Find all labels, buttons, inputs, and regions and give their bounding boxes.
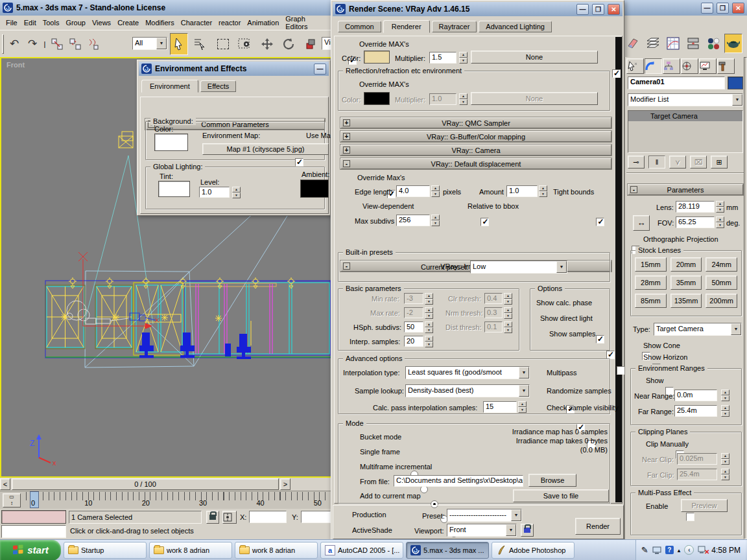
nrm-thresh-field[interactable]: 0.3 xyxy=(484,307,503,318)
restore-button[interactable]: ❐ xyxy=(717,3,729,14)
menu-item[interactable]: File xyxy=(3,18,21,28)
tab-environment[interactable]: Environment xyxy=(141,80,198,93)
select-and-rotate-icon[interactable] xyxy=(280,34,298,54)
bind-to-spacewarp-icon[interactable] xyxy=(84,34,102,54)
min-rate-field[interactable]: -3 xyxy=(404,293,423,304)
window-crossing-icon[interactable] xyxy=(236,34,254,54)
task-photoshop[interactable]: Adobe Photoshop xyxy=(492,542,575,559)
skylight-map-checkbox[interactable] xyxy=(612,69,621,78)
minimize-button[interactable]: — xyxy=(576,4,589,15)
max-rate-field[interactable]: -2 xyxy=(404,307,423,318)
background-color-swatch[interactable] xyxy=(154,134,188,151)
toolbar-handle[interactable] xyxy=(0,34,5,54)
rollout-header[interactable]: +VRay:: QMC Sampler xyxy=(340,117,611,128)
make-unique-icon[interactable]: ⋎ xyxy=(669,156,686,169)
tray-network-error-icon[interactable]: ✕ xyxy=(698,546,707,554)
skylight-map-button[interactable]: None xyxy=(471,51,598,64)
menu-item[interactable]: Create xyxy=(114,18,142,28)
select-and-move-icon[interactable] xyxy=(258,34,276,54)
preset-dropdown[interactable]: ------------------------▼ xyxy=(447,509,522,522)
show-end-result-icon[interactable]: ‖ xyxy=(648,156,665,169)
object-name-field[interactable]: Camera01 xyxy=(628,76,725,89)
ambient-swatch[interactable] xyxy=(300,180,329,198)
preview-button[interactable]: Preview xyxy=(681,499,728,512)
tray-hidden-icons-chevron[interactable]: ‹ xyxy=(684,545,694,555)
menu-item[interactable]: Graph Editors xyxy=(282,14,331,32)
max-subdivs-spinner[interactable]: ▲▼ xyxy=(431,215,440,226)
tint-swatch[interactable] xyxy=(158,181,190,197)
tab-display-icon[interactable] xyxy=(699,58,717,74)
remove-modifier-icon[interactable]: ⌧ xyxy=(690,156,707,169)
interpolation-type-dropdown[interactable]: Least squares fit (good/smoot▼ xyxy=(405,366,530,379)
save-to-file-button[interactable]: Save to file xyxy=(513,489,609,502)
lens-field[interactable]: 28.119 xyxy=(676,201,715,213)
tray-pen-icon[interactable]: ✎ xyxy=(641,545,648,555)
redo-icon[interactable]: ↷ xyxy=(23,34,42,54)
tray-display-icon[interactable] xyxy=(652,546,661,554)
tray-help-icon[interactable]: ? xyxy=(665,546,674,554)
stock-lens-button[interactable]: 24mm xyxy=(706,257,737,272)
render-scene-icon[interactable] xyxy=(724,34,742,53)
configure-modifier-sets-icon[interactable]: ⊞ xyxy=(711,156,728,169)
material-editor-icon[interactable] xyxy=(704,34,722,53)
close-button[interactable]: ✕ xyxy=(732,3,744,14)
selection-lock-icon[interactable] xyxy=(206,511,219,524)
modifier-list-dropdown[interactable]: Modifier List▼ xyxy=(628,93,743,106)
tray-expand-icon[interactable]: ▴ xyxy=(678,547,681,554)
menu-item[interactable]: Edit xyxy=(21,18,40,28)
layers-icon[interactable] xyxy=(644,34,662,53)
browse-button[interactable]: Browse xyxy=(528,474,576,487)
relative-bbox-checkbox[interactable] xyxy=(596,218,604,226)
refl-multiplier-field[interactable]: 1.0 xyxy=(429,93,456,105)
rollout-header[interactable]: +VRay:: Camera xyxy=(340,145,611,156)
mini-listener-pink[interactable] xyxy=(1,510,66,524)
rollout-header[interactable]: -VRay:: Default displacement xyxy=(340,158,611,169)
stock-lens-button[interactable]: 28mm xyxy=(635,275,667,290)
stock-lens-button[interactable]: 135mm xyxy=(670,294,702,308)
near-clip-field[interactable]: 0.025m xyxy=(677,453,717,465)
object-color-swatch[interactable] xyxy=(728,76,743,89)
level-spinner[interactable]: ▲▼ xyxy=(232,187,241,198)
near-range-field[interactable]: 0.0m xyxy=(674,390,717,401)
menu-item[interactable]: reactor xyxy=(215,18,244,28)
prev-frame-button[interactable]: < xyxy=(0,478,10,490)
render-dialog-scrollbar[interactable] xyxy=(615,37,622,502)
tab-common[interactable]: Common xyxy=(338,21,381,32)
selection-filter-dropdown[interactable]: All▼ xyxy=(132,37,167,50)
task-autocad[interactable]: aAutoCAD 2005 - [... xyxy=(320,542,403,559)
tab-advanced-lighting[interactable]: Advanced Lighting xyxy=(479,21,552,32)
multiplier-spinner[interactable]: ▲▼ xyxy=(459,52,468,64)
current-preset-dropdown[interactable]: Low▼ xyxy=(470,261,567,274)
use-map-checkbox[interactable] xyxy=(295,158,303,167)
frame-display-button[interactable]: 0 / 100 xyxy=(12,478,279,490)
pin-stack-icon[interactable]: ⊸ xyxy=(628,156,645,169)
from-file-path-field[interactable]: C:\Documents and Settings\x\Desktop\adri… xyxy=(394,475,523,487)
tab-utilities-icon[interactable] xyxy=(717,58,735,74)
clr-thresh-field[interactable]: 0.4 xyxy=(484,293,503,304)
far-range-field[interactable]: 25.4m xyxy=(674,405,717,417)
task-work8-adrian-2[interactable]: work 8 adrian xyxy=(235,542,318,559)
stock-lens-button[interactable]: 35mm xyxy=(670,275,702,290)
camera-type-dropdown[interactable]: Target Camera▼ xyxy=(654,323,742,336)
close-button[interactable]: ✕ xyxy=(608,4,620,15)
refl-map-button[interactable]: None xyxy=(471,92,598,105)
refl-multiplier-spinner[interactable]: ▲▼ xyxy=(459,93,468,105)
render-button[interactable]: Render xyxy=(575,518,621,535)
restore-button[interactable]: ❐ xyxy=(592,4,604,15)
tab-modify-icon[interactable] xyxy=(645,58,662,74)
select-and-link-icon[interactable] xyxy=(48,34,66,54)
menu-item[interactable]: Views xyxy=(89,18,114,28)
schematic-view-icon[interactable] xyxy=(684,34,702,53)
viewport-dropdown[interactable]: Front▼ xyxy=(447,524,517,537)
hsph-subdivs-field[interactable]: 50 xyxy=(404,321,423,332)
stack-item-target-camera[interactable]: Target Camera xyxy=(628,111,742,121)
far-clip-field[interactable]: 25.4m xyxy=(677,469,717,480)
refl-color-swatch[interactable] xyxy=(364,92,390,105)
amount-spinner[interactable]: ▲▼ xyxy=(539,185,547,197)
tray-clock[interactable]: 4:58 PM xyxy=(711,546,741,555)
parameters-rollout[interactable]: - Parameters xyxy=(628,184,743,195)
x-coordinate-field[interactable] xyxy=(249,511,287,523)
task-3dsmax[interactable]: 5.max - 3ds max ... xyxy=(406,542,489,559)
task-work8-adrian-1[interactable]: work 8 adrian xyxy=(149,542,232,559)
environment-map-button[interactable]: Map #1 (cityscape 5.jpg) xyxy=(202,143,329,155)
